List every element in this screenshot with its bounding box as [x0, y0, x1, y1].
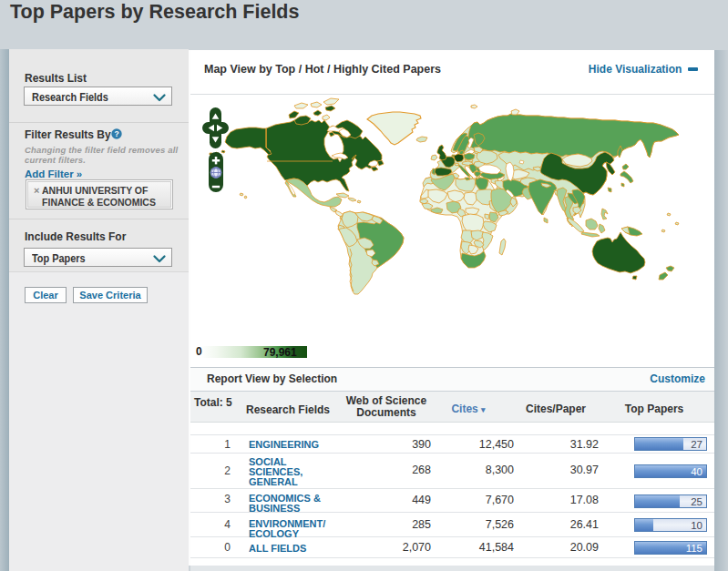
- svg-text:?: ?: [114, 129, 118, 138]
